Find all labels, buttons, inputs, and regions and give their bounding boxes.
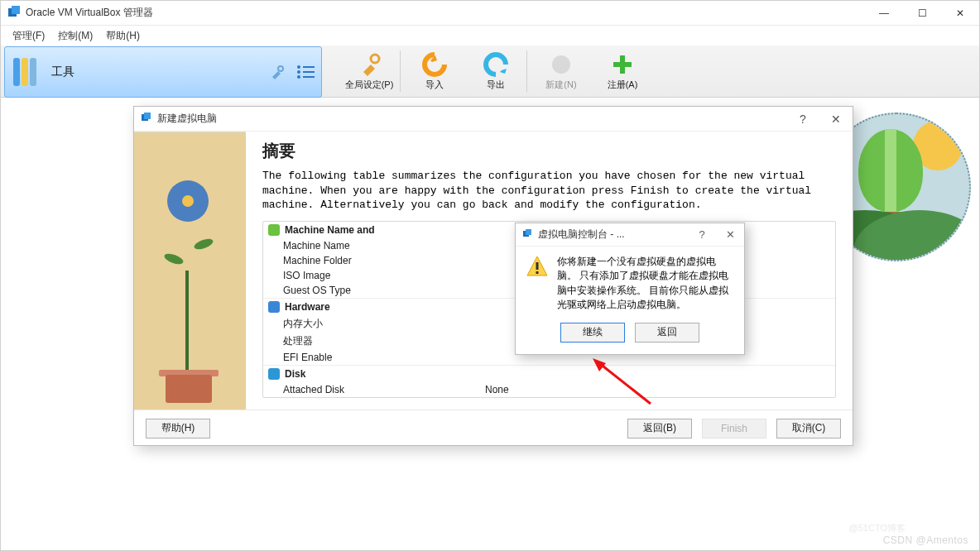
messagebox-title: 虚拟电脑控制台 - ...	[538, 228, 625, 242]
messagebox-sys-buttons: ? ✕	[688, 223, 744, 247]
svg-rect-6	[303, 66, 315, 68]
watermark: CSDN @Amentos	[883, 534, 968, 546]
toolbar-new-label: 新建(N)	[545, 79, 576, 91]
menubar: 管理(F) 控制(M) 帮助(H)	[1, 26, 979, 46]
toolbar-prefs[interactable]: 全局设定(P)	[340, 46, 398, 97]
wizard-icon	[141, 112, 152, 126]
wizard-cancel-button[interactable]: 取消(C)	[776, 419, 841, 438]
messagebox-body: 你将新建一个没有虚拟硬盘的虚拟电脑。 只有添加了虚拟硬盘才能在虚拟电脑中安装操作…	[516, 247, 744, 314]
tools-tab[interactable]: 工具	[4, 46, 322, 98]
menu-help[interactable]: 帮助(H)	[101, 27, 145, 45]
wizard-back-button[interactable]: 返回(B)	[627, 419, 692, 438]
wizard-footer: 帮助(H) 返回(B) Finish 取消(C)	[134, 410, 853, 446]
svg-point-10	[552, 55, 570, 74]
wizard-finish-button: Finish	[702, 419, 766, 438]
titlebar: Oracle VM VirtualBox 管理器 — ☐ ✕	[1, 1, 979, 26]
wizard-sys-buttons: ? ✕	[786, 107, 853, 132]
svg-point-5	[297, 75, 300, 79]
warning-triangle-icon	[526, 255, 549, 278]
star-icon	[268, 224, 280, 236]
list-icon[interactable]	[296, 65, 315, 79]
new-vm-wizard: 新建虚拟电脑 ? ✕ 摘要 The following table summar…	[133, 106, 853, 446]
summary-section-machine-label: Machine Name and	[285, 224, 375, 236]
svg-point-4	[297, 70, 300, 74]
menu-file[interactable]: 管理(F)	[7, 27, 50, 45]
svg-point-2	[278, 66, 283, 71]
toolbar-new: 新建(N)	[532, 46, 590, 97]
watermark-secondary: @51CTO博客	[849, 522, 906, 534]
main-window: Oracle VM VirtualBox 管理器 — ☐ ✕ 管理(F) 控制(…	[0, 0, 980, 551]
svg-rect-14	[144, 113, 151, 119]
summary-row-attached-disk: Attached DiskNone	[263, 382, 835, 397]
toolbar-separator2	[526, 50, 527, 92]
plus-green-icon	[610, 52, 635, 77]
svg-rect-8	[303, 76, 315, 78]
toolbar-export[interactable]: 导出	[467, 46, 525, 97]
app-icon	[7, 5, 21, 21]
messagebox-titlebar: 虚拟电脑控制台 - ... ? ✕	[516, 223, 744, 247]
messagebox-help-icon[interactable]: ?	[688, 223, 716, 247]
messagebox-back-button[interactable]: 返回	[635, 323, 699, 343]
svg-rect-18	[536, 262, 539, 270]
wizard-close-icon[interactable]: ✕	[819, 107, 853, 132]
toolbar-separator	[400, 50, 401, 92]
svg-rect-16	[526, 229, 531, 235]
wrench-gold-icon	[357, 52, 382, 77]
messagebox-icon	[522, 228, 533, 242]
toolbar-import-label: 导入	[425, 79, 444, 91]
tools-extra-icons	[270, 65, 315, 79]
menu-control[interactable]: 控制(M)	[53, 27, 98, 45]
tools-label: 工具	[51, 65, 74, 79]
summary-section-hardware-label: Hardware	[285, 301, 330, 313]
svg-rect-1	[12, 6, 20, 14]
minimize-button[interactable]: —	[865, 1, 903, 26]
export-icon	[483, 52, 508, 77]
messagebox-continue-button[interactable]: 继续	[560, 323, 625, 343]
window-sys-buttons: — ☐ ✕	[865, 1, 979, 26]
svg-rect-19	[536, 271, 539, 274]
workarea: 新建虚拟电脑 ? ✕ 摘要 The following table summar…	[1, 98, 979, 548]
wizard-help-button[interactable]: 帮助(H)	[146, 419, 210, 438]
wizard-titlebar: 新建虚拟电脑 ? ✕	[134, 107, 853, 132]
messagebox-close-icon[interactable]: ✕	[716, 223, 744, 247]
new-starburst-icon	[549, 52, 574, 77]
toolbar-add[interactable]: 注册(A)	[593, 46, 651, 97]
chip-icon	[268, 301, 280, 313]
toolbar: 工具 全局设定(P) 导入 导出 新建(N) 注册(A)	[1, 46, 979, 98]
svg-rect-12	[613, 62, 632, 67]
import-icon	[422, 52, 447, 77]
svg-rect-7	[303, 71, 315, 73]
wizard-illustration	[134, 132, 246, 410]
toolbar-prefs-label: 全局设定(P)	[345, 79, 394, 91]
toolbar-export-label: 导出	[487, 79, 505, 91]
messagebox-footer: 继续 返回	[516, 314, 744, 354]
wizard-heading: 摘要	[262, 140, 836, 162]
toolbar-add-label: 注册(A)	[608, 79, 638, 91]
wrench-icon	[270, 65, 285, 79]
svg-point-9	[371, 55, 379, 63]
summary-section-disk: Disk	[263, 365, 835, 382]
window-title: Oracle VM VirtualBox 管理器	[26, 6, 153, 20]
wizard-description: The following table summarizes the confi…	[262, 169, 836, 213]
toolbar-import[interactable]: 导入	[406, 46, 464, 97]
disk-icon	[268, 368, 280, 380]
messagebox-text: 你将新建一个没有虚拟硬盘的虚拟电脑。 只有添加了虚拟硬盘才能在虚拟电脑中安装操作…	[557, 255, 734, 313]
tools-icon	[13, 58, 36, 86]
maximize-button[interactable]: ☐	[903, 1, 941, 26]
wizard-help-icon[interactable]: ?	[786, 107, 819, 132]
wizard-title: 新建虚拟电脑	[157, 112, 217, 126]
summary-section-disk-label: Disk	[285, 368, 305, 380]
close-button[interactable]: ✕	[941, 1, 979, 26]
warning-messagebox: 虚拟电脑控制台 - ... ? ✕ 你将新建一个没有虚拟硬盘的虚拟电脑。 只有添…	[515, 223, 745, 355]
svg-point-3	[297, 65, 300, 69]
